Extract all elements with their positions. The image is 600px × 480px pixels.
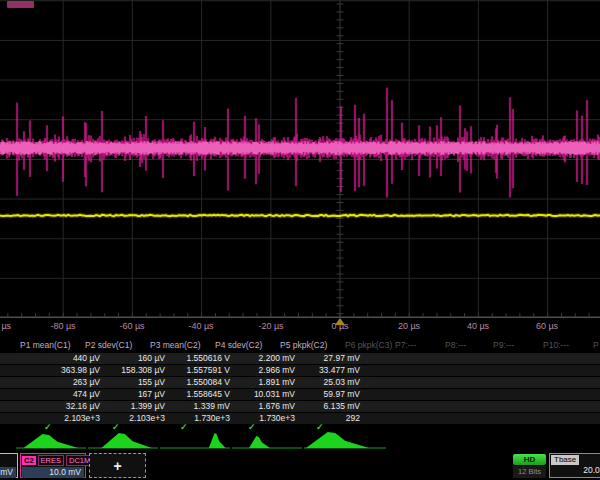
measure-value: 27.97 mV — [280, 353, 360, 364]
time-axis-label: 60 µs — [536, 321, 558, 331]
time-axis-label: -100 µs — [0, 321, 11, 331]
param-header-inactive[interactable]: P — [593, 340, 599, 350]
histicon-p3[interactable] — [160, 433, 230, 448]
histicon-p1[interactable] — [16, 434, 86, 448]
c1-vertical-scale: 10.0 mV — [0, 467, 16, 478]
param-header-p1[interactable]: P1 mean(C1) — [20, 340, 71, 350]
measure-value: 25.03 mV — [280, 377, 360, 388]
param-header-inactive[interactable]: P8:--- — [445, 340, 466, 350]
param-header-p4[interactable]: P4 sdev(C2) — [215, 340, 262, 350]
bit-depth-label: 12 Bits — [513, 466, 546, 478]
oscilloscope-screen: -100 µs-80 µs-60 µs-40 µs-20 µs0 µs20 µs… — [0, 0, 600, 480]
hd-mode-badge[interactable]: HD — [513, 454, 546, 465]
time-axis-label: -80 µs — [50, 321, 75, 331]
c2-vertical-scale: 10.0 mV — [22, 467, 84, 478]
measure-value: 59.97 mV — [280, 389, 360, 400]
c2-label-badge: C2 — [22, 456, 36, 465]
param-header-p2[interactable]: P2 sdev(C1) — [85, 340, 132, 350]
histicon-p4[interactable] — [232, 436, 302, 448]
time-axis-label: -60 µs — [119, 321, 144, 331]
param-header-p3[interactable]: P3 mean(C2) — [150, 340, 201, 350]
tbase-label: Tbase — [551, 455, 579, 465]
trace-annotation-chip — [7, 1, 34, 8]
param-header-inactive[interactable]: P10:--- — [543, 340, 569, 350]
channel-c1-descriptor[interactable]: C1 DC1M 10.0 mV — [0, 453, 18, 478]
param-header-inactive[interactable]: P6 pkpk(C3) — [345, 340, 392, 350]
param-header-p5[interactable]: P5 pkpk(C2) — [280, 340, 327, 350]
plus-icon: + — [113, 458, 121, 474]
channel-c2-descriptor[interactable]: C2 ERES DC1M 10.0 mV — [20, 453, 86, 478]
histicon-p2[interactable] — [88, 433, 158, 448]
measure-table: P1 mean(C1)P2 sdev(C1)P3 mean(C2)P4 sdev… — [0, 337, 600, 435]
histicon-p5[interactable] — [304, 432, 386, 448]
graticule-svg — [0, 0, 600, 318]
time-axis-label: 20 µs — [398, 321, 420, 331]
time-axis-label: -20 µs — [258, 321, 283, 331]
timebase-descriptor[interactable]: Tbase 20.0 µ — [549, 453, 600, 478]
measure-value: 33.477 mV — [280, 365, 360, 376]
tbase-value: 20.0 µ — [583, 465, 600, 475]
param-header-inactive[interactable]: P7:--- — [395, 340, 416, 350]
measure-value: 6.135 mV — [280, 401, 360, 412]
param-header-inactive[interactable]: P9:--- — [493, 340, 514, 350]
time-axis: -100 µs-80 µs-60 µs-40 µs-20 µs0 µs20 µs… — [0, 318, 600, 336]
time-axis-label: 40 µs — [467, 321, 489, 331]
add-trace-button[interactable]: + — [89, 453, 146, 478]
c2-eres-badge: ERES — [38, 455, 64, 466]
histicon-row — [0, 430, 600, 452]
trigger-position-marker[interactable] — [335, 318, 345, 325]
c2-trace[interactable] — [0, 88, 600, 198]
c1-trace[interactable] — [0, 215, 600, 216]
time-axis-label: -40 µs — [188, 321, 213, 331]
